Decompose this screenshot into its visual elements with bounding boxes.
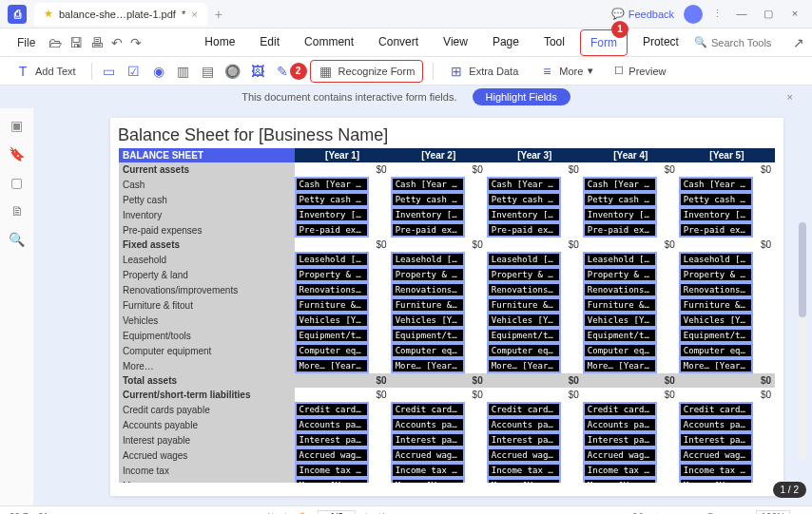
menu-tab-view[interactable]: View: [434, 29, 477, 56]
form-field[interactable]: Cash [Year 4]: [583, 177, 657, 192]
form-field[interactable]: Pre-paid expenses: [391, 222, 465, 238]
form-field[interactable]: Interest payable: [583, 432, 657, 447]
undo-icon[interactable]: ↶: [111, 35, 123, 50]
form-field[interactable]: Renovations/impro: [295, 282, 369, 297]
form-field[interactable]: Equipment/tools [: [295, 328, 369, 343]
image-field-icon[interactable]: 🖼: [250, 64, 265, 79]
form-field[interactable]: Accrued wages [Ye: [391, 447, 465, 463]
menu-tab-protect[interactable]: Protect: [633, 29, 688, 56]
form-field[interactable]: More… [Year 4]_1: [583, 478, 657, 483]
print-icon[interactable]: 🖶: [90, 35, 104, 50]
form-field[interactable]: Pre-paid expenses: [487, 222, 561, 238]
form-field[interactable]: Inventory [Year 3: [487, 207, 561, 222]
add-text-button[interactable]: T Add Text: [10, 61, 82, 82]
form-field[interactable]: Income tax [Year: [391, 463, 465, 478]
radio-icon[interactable]: ◉: [151, 64, 166, 79]
form-field[interactable]: Accounts payable [Year: [679, 417, 753, 432]
form-field[interactable]: More… [Year 2]: [391, 358, 465, 373]
more-button[interactable]: ≡ More ▾: [533, 61, 599, 82]
preview-button[interactable]: ☐ Preview: [609, 62, 671, 80]
form-field[interactable]: Furniture & fitou: [295, 297, 369, 313]
scroll-thumb[interactable]: [799, 222, 806, 317]
close-window-icon[interactable]: ×: [785, 8, 804, 20]
share-icon[interactable]: ↗: [793, 35, 804, 50]
form-field[interactable]: More… [Year 3]: [295, 478, 369, 483]
form-field[interactable]: Inventory [Year 5]: [679, 207, 753, 222]
form-field[interactable]: Leasehold [Year 4]: [583, 252, 657, 267]
zoom-value[interactable]: 100%: [756, 510, 790, 514]
highlight-fields-button[interactable]: Highlight Fields: [473, 88, 570, 105]
menu-tab-form[interactable]: Form1: [580, 29, 628, 56]
redo-icon[interactable]: ↷: [130, 35, 142, 50]
form-field[interactable]: Inventory [Year 4: [583, 207, 657, 222]
form-field[interactable]: Interest payable: [295, 432, 369, 447]
form-field[interactable]: Vehicles [Year 4]: [583, 313, 657, 328]
open-icon[interactable]: 🗁: [48, 35, 62, 50]
form-field[interactable]: Income tax [Year: [583, 463, 657, 478]
form-field[interactable]: Property & land [: [391, 267, 465, 282]
checkbox-icon[interactable]: ☑: [126, 64, 142, 79]
form-field[interactable]: Renovations/impro: [583, 282, 657, 297]
form-field[interactable]: Accounts payable: [583, 417, 657, 432]
form-field[interactable]: Leasehold [Year 5]: [679, 252, 753, 267]
form-field[interactable]: More… [Year 5]: [679, 358, 753, 373]
form-field[interactable]: Equipment/tools [Year 5: [679, 328, 753, 343]
form-field[interactable]: Accrued wages [Ye: [487, 447, 561, 463]
form-field[interactable]: Furniture & fitou: [583, 297, 657, 313]
menu-tab-page[interactable]: Page: [483, 29, 529, 56]
form-field[interactable]: Petty cash [Year: [583, 192, 657, 207]
button-field-icon[interactable]: 🔘: [225, 64, 241, 79]
menu-tab-comment[interactable]: Comment: [295, 29, 363, 56]
form-field[interactable]: Property & land [: [583, 267, 657, 282]
form-field[interactable]: Credit cards paya: [487, 402, 561, 417]
form-field[interactable]: Renovations/improvement: [679, 282, 753, 297]
menu-tab-convert[interactable]: Convert: [369, 29, 428, 56]
form-field[interactable]: Property & land [: [487, 267, 561, 282]
signature-icon[interactable]: ✎: [275, 64, 290, 79]
comments-icon[interactable]: ▢: [10, 175, 23, 190]
form-field[interactable]: Renovations/impro: [391, 282, 465, 297]
form-field[interactable]: Pre-paid expenses: [583, 222, 657, 238]
form-field[interactable]: Computer equipmen: [487, 343, 561, 358]
form-field[interactable]: Accounts payable: [295, 417, 369, 432]
form-field[interactable]: Computer equipmen: [391, 343, 465, 358]
kebab-menu-icon[interactable]: ⋮: [712, 8, 723, 20]
form-field[interactable]: Leasehold [Year 2]: [391, 252, 465, 267]
form-field[interactable]: Accrued wages [Ye: [583, 447, 657, 463]
vertical-scrollbar[interactable]: [799, 222, 806, 460]
form-field[interactable]: Furniture & fitou: [391, 297, 465, 313]
form-field[interactable]: Renovations/impro: [487, 282, 561, 297]
form-field[interactable]: Vehicles [Year 2]: [391, 313, 465, 328]
textfield-icon[interactable]: ▭: [102, 64, 117, 79]
form-field[interactable]: Inventory [Year 2: [391, 207, 465, 222]
form-field[interactable]: Income tax [Year: [295, 463, 369, 478]
form-field[interactable]: Equipment/tools [: [391, 328, 465, 343]
form-field[interactable]: Equipment/tools [: [487, 328, 561, 343]
menu-tab-home[interactable]: Home: [195, 29, 244, 56]
form-field[interactable]: Accrued wages [Year 5]: [679, 447, 753, 463]
recognize-form-button[interactable]: 2 ▦ Recognize Form: [310, 60, 424, 83]
form-field[interactable]: Vehicles [Year 1]: [295, 313, 369, 328]
extra-data-button[interactable]: ⊞ Extra Data: [443, 61, 524, 82]
search-tools[interactable]: 🔍: [694, 36, 787, 48]
form-field[interactable]: Petty cash [Year: [295, 192, 369, 207]
new-tab-button[interactable]: +: [215, 7, 222, 22]
form-field[interactable]: Interest payable [Year: [679, 432, 753, 447]
form-field[interactable]: Computer equipmen: [295, 343, 369, 358]
form-field[interactable]: Equipment/tools [: [583, 328, 657, 343]
thumbnails-icon[interactable]: ▣: [10, 118, 23, 133]
user-avatar-icon[interactable]: [684, 5, 703, 24]
form-field[interactable]: Credit cards payable [Y: [679, 402, 753, 417]
form-field[interactable]: Credit cards paya: [583, 402, 657, 417]
form-field[interactable]: More… [Year 3]_1: [391, 478, 465, 483]
form-field[interactable]: Pre-paid expenses [Year: [679, 222, 753, 238]
form-field[interactable]: Interest payable: [391, 432, 465, 447]
form-field[interactable]: Cash [Year 5]: [679, 177, 753, 192]
listbox-icon[interactable]: ▤: [201, 64, 216, 79]
file-menu[interactable]: File: [10, 32, 43, 53]
form-field[interactable]: Accounts payable: [391, 417, 465, 432]
form-field[interactable]: More… [Year 4]: [583, 358, 657, 373]
form-field[interactable]: Computer equipmen: [583, 343, 657, 358]
form-field[interactable]: More… [Year 1]: [295, 358, 369, 373]
form-field[interactable]: Petty cash [Year: [487, 192, 561, 207]
